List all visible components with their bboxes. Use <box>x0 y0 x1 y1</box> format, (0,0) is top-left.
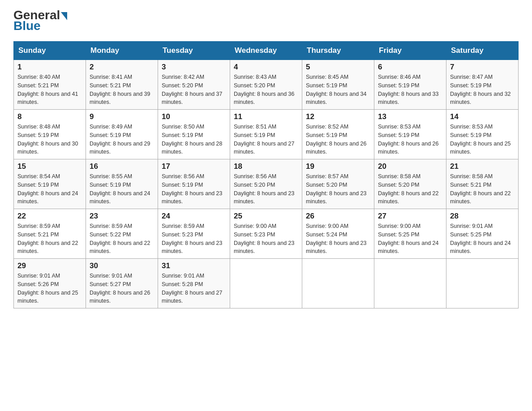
day-number: 10 <box>162 112 226 121</box>
day-info: Sunrise: 8:53 AMSunset: 5:19 PMDaylight:… <box>378 123 442 156</box>
day-number: 29 <box>17 261 82 270</box>
day-info: Sunrise: 9:01 AMSunset: 5:27 PMDaylight:… <box>90 272 154 305</box>
day-info: Sunrise: 8:54 AMSunset: 5:19 PMDaylight:… <box>17 172 82 206</box>
calendar-cell: 10Sunrise: 8:50 AMSunset: 5:19 PMDayligh… <box>158 110 230 159</box>
day-number: 16 <box>90 162 154 171</box>
day-number: 18 <box>234 162 298 171</box>
calendar-cell: 15Sunrise: 8:54 AMSunset: 5:19 PMDayligh… <box>14 159 86 209</box>
day-number: 19 <box>306 162 370 171</box>
calendar-cell: 27Sunrise: 9:00 AMSunset: 5:25 PMDayligh… <box>374 209 446 259</box>
calendar-cell: 30Sunrise: 9:01 AMSunset: 5:27 PMDayligh… <box>86 259 158 308</box>
day-number: 7 <box>450 63 515 72</box>
day-info: Sunrise: 8:58 AMSunset: 5:20 PMDaylight:… <box>378 172 442 206</box>
day-info: Sunrise: 8:42 AMSunset: 5:20 PMDaylight:… <box>162 73 226 107</box>
calendar-cell: 26Sunrise: 9:00 AMSunset: 5:24 PMDayligh… <box>302 209 374 259</box>
day-info: Sunrise: 8:55 AMSunset: 5:19 PMDaylight:… <box>90 172 154 206</box>
weekday-header-thursday: Thursday <box>302 42 374 60</box>
weekday-header-sunday: Sunday <box>14 42 86 60</box>
day-number: 6 <box>378 63 442 72</box>
day-number: 12 <box>306 112 370 121</box>
day-info: Sunrise: 8:45 AMSunset: 5:19 PMDaylight:… <box>306 73 370 107</box>
day-number: 11 <box>234 112 298 121</box>
calendar-cell: 13Sunrise: 8:53 AMSunset: 5:19 PMDayligh… <box>374 110 446 159</box>
calendar-cell: 21Sunrise: 8:58 AMSunset: 5:21 PMDayligh… <box>446 159 519 209</box>
day-number: 13 <box>378 112 442 121</box>
day-info: Sunrise: 9:01 AMSunset: 5:25 PMDaylight:… <box>450 222 515 256</box>
day-info: Sunrise: 8:59 AMSunset: 5:21 PMDaylight:… <box>17 222 82 256</box>
calendar-cell: 2Sunrise: 8:41 AMSunset: 5:21 PMDaylight… <box>86 60 158 110</box>
calendar-cell <box>302 259 374 308</box>
calendar-cell: 16Sunrise: 8:55 AMSunset: 5:19 PMDayligh… <box>86 159 158 209</box>
calendar-cell: 29Sunrise: 9:01 AMSunset: 5:26 PMDayligh… <box>14 259 86 308</box>
weekday-header-wednesday: Wednesday <box>230 42 302 60</box>
day-number: 15 <box>17 162 82 171</box>
day-number: 3 <box>162 63 226 72</box>
day-number: 14 <box>450 112 515 121</box>
calendar-cell: 17Sunrise: 8:56 AMSunset: 5:19 PMDayligh… <box>158 159 230 209</box>
day-info: Sunrise: 9:01 AMSunset: 5:28 PMDaylight:… <box>162 272 226 305</box>
day-info: Sunrise: 8:50 AMSunset: 5:19 PMDaylight:… <box>162 123 226 156</box>
day-number: 26 <box>306 212 370 221</box>
calendar-cell: 31Sunrise: 9:01 AMSunset: 5:28 PMDayligh… <box>158 259 230 308</box>
day-number: 5 <box>306 63 370 72</box>
logo: General Blue <box>13 9 67 32</box>
day-number: 17 <box>162 162 226 171</box>
day-info: Sunrise: 8:56 AMSunset: 5:19 PMDaylight:… <box>162 172 226 206</box>
calendar-cell: 6Sunrise: 8:46 AMSunset: 5:19 PMDaylight… <box>374 60 446 110</box>
calendar-cell: 24Sunrise: 8:59 AMSunset: 5:23 PMDayligh… <box>158 209 230 259</box>
day-number: 21 <box>450 162 515 171</box>
calendar-cell: 1Sunrise: 8:40 AMSunset: 5:21 PMDaylight… <box>14 60 86 110</box>
weekday-header-saturday: Saturday <box>446 42 519 60</box>
calendar-cell: 20Sunrise: 8:58 AMSunset: 5:20 PMDayligh… <box>374 159 446 209</box>
day-number: 2 <box>90 63 154 72</box>
calendar-cell: 8Sunrise: 8:48 AMSunset: 5:19 PMDaylight… <box>14 110 86 159</box>
day-number: 22 <box>17 212 82 221</box>
calendar-cell: 9Sunrise: 8:49 AMSunset: 5:19 PMDaylight… <box>86 110 158 159</box>
calendar-cell: 23Sunrise: 8:59 AMSunset: 5:22 PMDayligh… <box>86 209 158 259</box>
weekday-header-friday: Friday <box>374 42 446 60</box>
weekday-header-row: SundayMondayTuesdayWednesdayThursdayFrid… <box>14 42 519 60</box>
day-info: Sunrise: 8:49 AMSunset: 5:19 PMDaylight:… <box>90 123 154 156</box>
day-info: Sunrise: 8:56 AMSunset: 5:20 PMDaylight:… <box>234 172 298 206</box>
day-info: Sunrise: 8:52 AMSunset: 5:19 PMDaylight:… <box>306 123 370 156</box>
calendar-week-row: 15Sunrise: 8:54 AMSunset: 5:19 PMDayligh… <box>14 159 519 209</box>
calendar-cell: 12Sunrise: 8:52 AMSunset: 5:19 PMDayligh… <box>302 110 374 159</box>
day-number: 27 <box>378 212 442 221</box>
calendar-week-row: 29Sunrise: 9:01 AMSunset: 5:26 PMDayligh… <box>14 259 519 308</box>
day-number: 30 <box>90 261 154 270</box>
day-number: 20 <box>378 162 442 171</box>
day-info: Sunrise: 8:53 AMSunset: 5:19 PMDaylight:… <box>450 123 515 156</box>
day-number: 25 <box>234 212 298 221</box>
day-number: 28 <box>450 212 515 221</box>
day-number: 8 <box>17 112 82 121</box>
calendar-week-row: 1Sunrise: 8:40 AMSunset: 5:21 PMDaylight… <box>14 60 519 110</box>
day-number: 1 <box>17 63 82 72</box>
day-info: Sunrise: 8:46 AMSunset: 5:19 PMDaylight:… <box>378 73 442 107</box>
day-info: Sunrise: 8:57 AMSunset: 5:20 PMDaylight:… <box>306 172 370 206</box>
day-info: Sunrise: 9:00 AMSunset: 5:25 PMDaylight:… <box>378 222 442 256</box>
calendar-cell: 14Sunrise: 8:53 AMSunset: 5:19 PMDayligh… <box>446 110 519 159</box>
logo-blue-text: Blue <box>13 20 67 32</box>
day-info: Sunrise: 8:43 AMSunset: 5:20 PMDaylight:… <box>234 73 298 107</box>
day-info: Sunrise: 9:00 AMSunset: 5:23 PMDaylight:… <box>234 222 298 256</box>
day-info: Sunrise: 8:47 AMSunset: 5:19 PMDaylight:… <box>450 73 515 107</box>
calendar-cell <box>374 259 446 308</box>
calendar-cell: 11Sunrise: 8:51 AMSunset: 5:19 PMDayligh… <box>230 110 302 159</box>
day-info: Sunrise: 8:40 AMSunset: 5:21 PMDaylight:… <box>17 73 82 107</box>
day-info: Sunrise: 8:48 AMSunset: 5:19 PMDaylight:… <box>17 123 82 156</box>
calendar-week-row: 8Sunrise: 8:48 AMSunset: 5:19 PMDaylight… <box>14 110 519 159</box>
page-header: General Blue <box>13 9 519 32</box>
calendar-cell: 4Sunrise: 8:43 AMSunset: 5:20 PMDaylight… <box>230 60 302 110</box>
calendar-cell: 3Sunrise: 8:42 AMSunset: 5:20 PMDaylight… <box>158 60 230 110</box>
day-number: 4 <box>234 63 298 72</box>
day-info: Sunrise: 9:01 AMSunset: 5:26 PMDaylight:… <box>17 272 82 305</box>
day-info: Sunrise: 8:51 AMSunset: 5:19 PMDaylight:… <box>234 123 298 156</box>
calendar-cell <box>446 259 519 308</box>
day-info: Sunrise: 8:59 AMSunset: 5:23 PMDaylight:… <box>162 222 226 256</box>
calendar-cell: 18Sunrise: 8:56 AMSunset: 5:20 PMDayligh… <box>230 159 302 209</box>
day-info: Sunrise: 8:58 AMSunset: 5:21 PMDaylight:… <box>450 172 515 206</box>
day-number: 23 <box>90 212 154 221</box>
weekday-header-monday: Monday <box>86 42 158 60</box>
calendar-cell: 7Sunrise: 8:47 AMSunset: 5:19 PMDaylight… <box>446 60 519 110</box>
weekday-header-tuesday: Tuesday <box>158 42 230 60</box>
